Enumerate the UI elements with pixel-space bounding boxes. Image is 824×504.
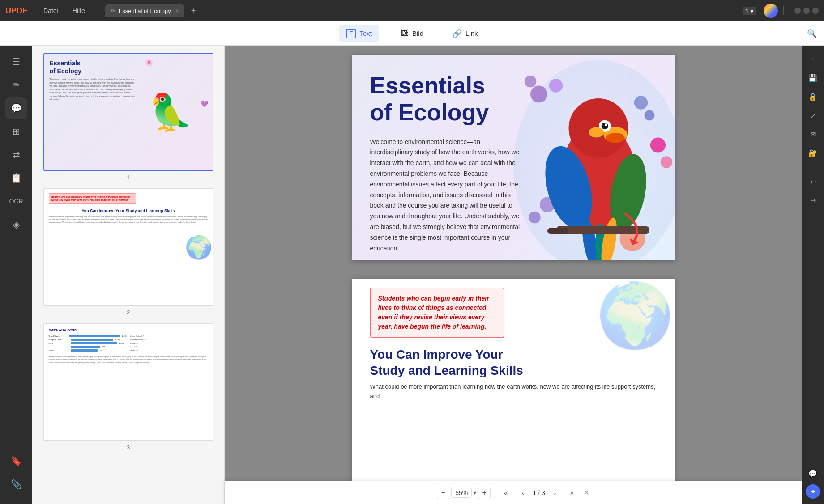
right-icon-save[interactable]: 💾 bbox=[805, 70, 821, 86]
thumb-num-1: 1 bbox=[127, 174, 130, 181]
sidebar-icon-organize[interactable]: 📋 bbox=[5, 167, 27, 189]
sidebar-icon-bookmark[interactable]: 🔖 bbox=[5, 450, 27, 472]
file-tab-close[interactable]: × bbox=[175, 8, 179, 14]
nav-last-btn[interactable]: » bbox=[565, 486, 579, 500]
nav-prev-btn[interactable]: ‹ bbox=[516, 486, 530, 500]
image-tool-icon: 🖼 bbox=[401, 29, 409, 38]
app-logo: UPDF bbox=[5, 6, 27, 16]
minimize-btn[interactable] bbox=[794, 8, 801, 14]
right-icon-redo[interactable]: ↪ bbox=[805, 192, 821, 208]
right-sidebar: ≡ 💾 🔒 ↗ ✉ 🔐 ↩ ↪ 💬 ✦ bbox=[802, 46, 824, 504]
thumb-page1-content: Essentialsof Ecology Welcome to environm… bbox=[44, 54, 213, 170]
thumbnail-card-1[interactable]: Essentialsof Ecology Welcome to environm… bbox=[43, 53, 213, 171]
text-tool-btn[interactable]: T Text bbox=[339, 25, 379, 42]
link-tool-icon: 🔗 bbox=[452, 29, 462, 38]
file-tab-name: Essential of Ecology bbox=[119, 8, 171, 14]
sidebar-icon-layout[interactable]: ⊞ bbox=[5, 121, 27, 142]
main-content-area[interactable]: Essentials of Ecology Welcome to environ… bbox=[225, 46, 802, 504]
zoom-in-btn[interactable]: + bbox=[478, 487, 491, 499]
image-tool-btn[interactable]: 🖼 Bild bbox=[393, 25, 431, 42]
thumbnail-item-2[interactable]: Students who can begin early in their li… bbox=[39, 188, 217, 316]
thumb-p1-bird: 🦜 bbox=[128, 54, 213, 170]
text-tool-icon: T bbox=[346, 29, 356, 38]
sidebar-icon-edit[interactable]: ✏ bbox=[5, 74, 27, 96]
thumb-p3-chart-right: United States 6.7 European Union 4.7 Chi… bbox=[130, 335, 208, 353]
link-tool-label: Link bbox=[465, 30, 478, 37]
page2-background: Students who can begin early in their li… bbox=[352, 279, 675, 484]
thumbnail-card-3[interactable]: DATA ANALYSIS United States 2,810 Europe… bbox=[43, 323, 213, 441]
zoom-controls: − 55% ▾ + bbox=[437, 487, 491, 499]
zoom-dropdown-btn[interactable]: ▾ bbox=[474, 490, 476, 496]
bar-row-in: India 780 bbox=[49, 346, 127, 348]
thumb-p3-charts: United States 2,810 European Union 2,190… bbox=[49, 335, 208, 353]
bar-row-us: United States 2,810 bbox=[49, 335, 127, 337]
sidebar-icon-layers[interactable]: ◈ bbox=[5, 214, 27, 235]
right-icon-mail[interactable]: ✉ bbox=[805, 126, 821, 142]
window-controls bbox=[794, 8, 819, 14]
arrow-svg bbox=[621, 209, 648, 245]
right-icon-chat[interactable]: 💬 bbox=[805, 466, 821, 482]
right-icon-ocr[interactable]: ≡ bbox=[805, 51, 821, 67]
close-btn[interactable] bbox=[812, 8, 819, 14]
sidebar-icon-comment[interactable]: 💬 bbox=[5, 97, 27, 119]
thumbnail-item-3[interactable]: DATA ANALYSIS United States 2,810 Europe… bbox=[39, 323, 217, 451]
right-icon-collab[interactable]: ✦ bbox=[806, 484, 820, 499]
page2-globe: 🌍 bbox=[596, 279, 675, 352]
zoom-out-btn[interactable]: − bbox=[437, 487, 449, 499]
edit-tab-icon: ✏ bbox=[111, 7, 116, 14]
maximize-btn[interactable] bbox=[803, 8, 810, 14]
nav-first-btn[interactable]: « bbox=[499, 486, 513, 500]
thumbnail-panel[interactable]: Essentialsof Ecology Welcome to environm… bbox=[32, 46, 225, 504]
zoom-level-display[interactable]: 55% bbox=[451, 488, 472, 498]
menu-hilfe[interactable]: Hilfe bbox=[67, 5, 90, 16]
thumbnail-item-1[interactable]: Essentialsof Ecology Welcome to environm… bbox=[39, 53, 217, 181]
page-nav-chevron[interactable]: ▾ bbox=[751, 8, 754, 14]
arrow-decoration bbox=[621, 209, 648, 247]
page-info: 1 / 3 bbox=[533, 489, 545, 496]
bar-row-eu: European Union 2,190 bbox=[49, 339, 127, 341]
thumb-num-2: 2 bbox=[127, 309, 130, 316]
new-tab-btn[interactable]: + bbox=[188, 4, 200, 17]
left-sidebar: ☰ ✏ 💬 ⊞ ⇄ 📋 OCR ◈ 🔖 📎 bbox=[0, 46, 32, 504]
user-avatar[interactable] bbox=[764, 4, 778, 18]
pdf-page-1: Essentials of Ecology Welcome to environ… bbox=[352, 55, 675, 260]
search-btn[interactable]: 🔍 bbox=[807, 29, 817, 38]
page1-left-content: Essentials of Ecology Welcome to environ… bbox=[370, 72, 657, 242]
right-icon-undo[interactable]: ↩ bbox=[805, 174, 821, 190]
sidebar-icon-view[interactable]: ☰ bbox=[5, 51, 27, 72]
bar-row-cn: China 2,050 bbox=[49, 342, 127, 344]
sidebar-icon-compare[interactable]: ⇄ bbox=[5, 144, 27, 165]
bottom-nav-bar: − 55% ▾ + « ‹ 1 / 3 › » ✕ bbox=[225, 481, 802, 504]
sidebar-bottom: 🔖 📎 bbox=[5, 450, 27, 499]
thumb-p3-body: Natural capital use and degradation: tot… bbox=[49, 356, 208, 364]
right-icon-share[interactable]: ↗ bbox=[805, 107, 821, 123]
sidebar-icon-attachment[interactable]: 📎 bbox=[5, 474, 27, 495]
image-tool-label: Bild bbox=[412, 30, 423, 37]
thumb-p1-text: Welcome to environmental science—an inte… bbox=[50, 78, 137, 102]
page1-title: Essentials of Ecology bbox=[370, 72, 657, 126]
title-bar: UPDF Datei Hilfe ✏ Essential of Ecology … bbox=[0, 0, 824, 21]
page2-body: What could be more important than learni… bbox=[370, 382, 657, 401]
thumb-p2-title: You Can Improve Your Study and Learning … bbox=[81, 208, 175, 214]
thumbnail-card-2[interactable]: Students who can begin early in their li… bbox=[43, 188, 213, 306]
right-icon-lock2[interactable]: 🔐 bbox=[805, 145, 821, 161]
page-current: 1 bbox=[533, 489, 536, 496]
page-separator: / bbox=[538, 489, 540, 496]
bar-row-jp: Japan 540 bbox=[49, 349, 127, 352]
right-icon-protect[interactable]: 🔒 bbox=[805, 89, 821, 105]
titlebar-divider bbox=[98, 6, 98, 15]
text-tool-label: Text bbox=[359, 30, 372, 37]
page-nav-num: 1 bbox=[746, 8, 749, 14]
thumb-p2-quote: Students who can begin early in their li… bbox=[49, 193, 137, 204]
thumb-p2-globe: 🌍 bbox=[185, 234, 213, 260]
nav-close-btn[interactable]: ✕ bbox=[584, 488, 589, 497]
menu-datei[interactable]: Datei bbox=[38, 5, 64, 16]
link-tool-btn[interactable]: 🔗 Link bbox=[445, 25, 485, 42]
thumb-p1-title: Essentialsof Ecology bbox=[50, 59, 137, 75]
annotation-toolbar: T Text 🖼 Bild 🔗 Link 🔍 bbox=[0, 21, 824, 46]
file-tab[interactable]: ✏ Essential of Ecology × bbox=[105, 4, 184, 17]
thumb-page2-content: Students who can begin early in their li… bbox=[44, 189, 213, 305]
flower2: 💜 bbox=[201, 100, 208, 107]
sidebar-icon-ocr[interactable]: OCR bbox=[5, 191, 27, 212]
nav-next-btn[interactable]: › bbox=[548, 486, 562, 500]
